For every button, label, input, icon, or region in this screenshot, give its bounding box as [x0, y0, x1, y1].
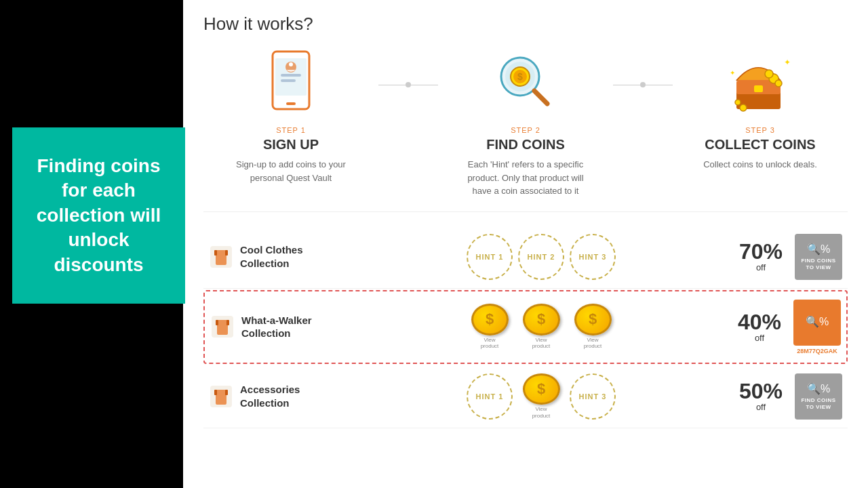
collection-icon-walker	[210, 314, 235, 339]
find-coins-btn-cool[interactable]: 🔍% FIND COINS TO VIEW	[795, 234, 842, 280]
find-coins-icon-cool: 🔍%	[807, 243, 830, 256]
step-1-number: STEP 1	[203, 126, 378, 134]
find-coins-btn-acc[interactable]: 🔍% FIND COINS TO VIEW	[795, 373, 842, 420]
svg-rect-2	[281, 74, 301, 77]
svg-rect-6	[286, 102, 296, 105]
svg-rect-33	[214, 390, 217, 395]
teal-promo-box: Finding coins for each collection will u…	[12, 127, 185, 304]
step-3-desc: Collect coins to unlock deals.	[692, 158, 828, 171]
view-product-3: Viewproduct	[584, 337, 602, 350]
svg-rect-3	[281, 79, 296, 82]
find-coins-icon-walker: 🔍%	[806, 315, 829, 328]
walker-action-area: 🔍% 28M77Q2GAK	[793, 300, 841, 354]
collection-row-walker: What-a-Walker Collection $ Viewproduct $…	[203, 290, 848, 364]
find-coins-label-cool: FIND COINS TO VIEW	[798, 258, 839, 270]
collection-row-accessories: Accessories Collection HINT 1 $ Viewprod…	[203, 365, 848, 428]
promo-text: Finding coins for each collection will u…	[26, 154, 172, 277]
hint-badge-2-cool: HINT 2	[518, 234, 564, 280]
find-coins-label-acc: FIND COINS TO VIEW	[798, 397, 839, 410]
connector-2	[613, 45, 673, 87]
treasure-icon: ✦ ✦	[723, 48, 797, 116]
collection-name-walker: What-a-Walker Collection	[241, 314, 350, 340]
hint-label-acc-3: HINT 3	[579, 392, 607, 401]
coin-circle-2: $	[523, 304, 560, 336]
step-2: $ STEP 2 FIND COINS Each 'Hint' refers t…	[438, 45, 613, 198]
discount-accessories: 50% off	[734, 380, 788, 412]
hint-label: HINT 1	[476, 253, 504, 261]
collection-name-cool-clothes: Cool Clothes Collection	[240, 243, 349, 270]
hint-badge-1-cool: HINT 1	[467, 234, 513, 280]
step-2-number: STEP 2	[438, 126, 613, 134]
step-2-title: FIND COINS	[438, 137, 613, 152]
discount-percent-acc: 50%	[734, 380, 788, 402]
discount-walker: 40% off	[732, 311, 787, 343]
hints-area-accessories: HINT 1 $ Viewproduct HINT 3	[355, 373, 727, 420]
svg-rect-25	[214, 250, 217, 256]
step-2-icon-area: $	[438, 45, 613, 119]
hints-area-cool-clothes: HINT 1 HINT 2 HINT 3	[355, 234, 727, 280]
svg-text:$: $	[517, 71, 523, 82]
collection-icon-accessories	[209, 384, 233, 409]
find-coins-icon-acc: 🔍%	[807, 382, 830, 395]
connector-line	[378, 85, 406, 85]
coin-hint-2-walker[interactable]: $ Viewproduct	[518, 304, 564, 350]
step-1: STEP 1 SIGN UP Sign-up to add coins to y…	[203, 45, 378, 184]
step-1-icon-area	[203, 45, 378, 119]
step-1-desc: Sign-up to add coins to your personal Qu…	[223, 158, 359, 184]
coupon-code-walker: 28M77Q2GAK	[797, 348, 837, 354]
collection-row-cool-clothes: Cool Clothes Collection HINT 1 HINT 2 HI…	[203, 226, 848, 289]
discount-percent-cool: 70%	[734, 241, 788, 262]
svg-text:✦: ✦	[730, 69, 735, 77]
svg-text:✦: ✦	[784, 58, 791, 67]
hint-badge-3-acc: HINT 3	[570, 373, 616, 420]
discount-percent-walker: 40%	[732, 311, 787, 333]
connector-dot	[406, 82, 411, 87]
coin-dollar-2: $	[537, 310, 545, 328]
coin-circle-acc: $	[523, 373, 560, 405]
discount-cool-clothes: 70% off	[734, 241, 788, 272]
svg-line-12	[534, 91, 547, 104]
view-product-1: Viewproduct	[481, 337, 499, 350]
main-content: How it works?	[183, 0, 868, 488]
coin-circle-3: $	[574, 304, 612, 336]
find-coins-btn-walker[interactable]: 🔍%	[793, 300, 841, 346]
step-3: ✦ ✦ STEP 3 COLLECT COINS Collect coins t…	[673, 45, 848, 171]
coin-circle-1: $	[471, 304, 509, 336]
phone-icon	[267, 48, 315, 116]
hints-area-walker: $ Viewproduct $ Viewproduct $ Viewpro	[357, 304, 726, 350]
svg-point-20	[735, 100, 741, 105]
steps-section: STEP 1 SIGN UP Sign-up to add coins to y…	[203, 45, 848, 212]
coin-dollar-3: $	[589, 310, 597, 328]
coin-hint-1-walker[interactable]: $ Viewproduct	[467, 304, 513, 350]
svg-rect-24	[216, 250, 226, 265]
magnify-coin-icon: $	[492, 48, 559, 116]
left-panel: Finding coins for each collection will u…	[0, 0, 183, 488]
step-2-desc: Each 'Hint' refers to a specific product…	[458, 158, 593, 198]
connector-dot-2	[640, 82, 646, 87]
connector-line-2	[411, 85, 438, 85]
collection-icon-clothes	[209, 245, 233, 269]
connector-1	[378, 45, 438, 87]
hint-badge-1-acc: HINT 1	[467, 373, 513, 420]
svg-point-17	[765, 70, 773, 78]
hint-label: HINT 3	[579, 253, 607, 261]
svg-point-18	[775, 80, 782, 87]
svg-rect-28	[217, 320, 228, 335]
svg-rect-15	[754, 85, 763, 92]
svg-rect-32	[216, 390, 226, 405]
coin-hint-3-walker[interactable]: $ Viewproduct	[570, 304, 616, 350]
hint-label: HINT 2	[528, 253, 555, 261]
collection-name-accessories: Accessories Collection	[240, 383, 349, 409]
connector-line-3	[613, 85, 640, 85]
step-3-title: COLLECT COINS	[673, 137, 848, 152]
svg-rect-30	[226, 320, 229, 325]
svg-point-19	[740, 104, 747, 111]
svg-rect-29	[216, 320, 218, 325]
connector-line-4	[646, 85, 673, 85]
hint-badge-3-cool: HINT 3	[570, 234, 616, 280]
view-product-acc: Viewproduct	[532, 406, 551, 419]
coin-dollar-1: $	[486, 310, 494, 328]
svg-rect-34	[225, 390, 228, 395]
coin-hint-acc[interactable]: $ Viewproduct	[518, 373, 564, 420]
discount-off-walker: off	[732, 333, 787, 343]
